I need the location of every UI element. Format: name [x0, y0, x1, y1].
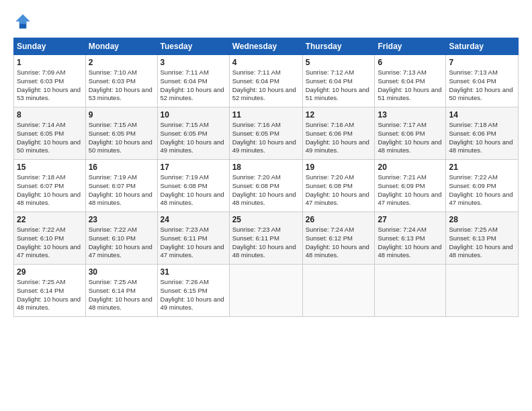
calendar-day-cell: 25 Sunrise: 7:23 AM Sunset: 6:11 PM Dayl…	[229, 212, 302, 265]
day-number: 4	[232, 58, 300, 67]
daylight-label: Daylight: 10 hours and 47 minutes.	[161, 243, 224, 259]
day-number: 23	[89, 215, 154, 224]
daylight-label: Daylight: 10 hours and 47 minutes.	[17, 243, 81, 259]
sunset-label: Sunset: 6:05 PM	[161, 130, 208, 137]
calendar-day-cell	[302, 265, 375, 317]
day-number: 16	[89, 163, 154, 172]
day-info: Sunrise: 7:14 AM Sunset: 6:05 PM Dayligh…	[17, 121, 83, 155]
logo	[13, 12, 34, 31]
sunrise-label: Sunrise: 7:13 AM	[449, 68, 497, 76]
day-info: Sunrise: 7:18 AM Sunset: 6:07 PM Dayligh…	[17, 173, 83, 208]
daylight-label: Daylight: 10 hours and 48 minutes.	[378, 138, 441, 154]
page: SundayMondayTuesdayWednesdayThursdayFrid…	[0, 0, 532, 324]
sunrise-label: Sunrise: 7:11 AM	[161, 68, 209, 76]
calendar-day-cell: 22 Sunrise: 7:22 AM Sunset: 6:10 PM Dayl…	[14, 212, 86, 265]
calendar-day-cell: 27 Sunrise: 7:24 AM Sunset: 6:13 PM Dayl…	[375, 212, 446, 265]
calendar-week-row: 15 Sunrise: 7:18 AM Sunset: 6:07 PM Dayl…	[14, 160, 519, 212]
day-info: Sunrise: 7:22 AM Sunset: 6:10 PM Dayligh…	[17, 226, 83, 260]
sunrise-label: Sunrise: 7:17 AM	[378, 121, 426, 128]
day-number: 19	[306, 163, 372, 172]
day-number: 31	[161, 267, 226, 277]
day-info: Sunrise: 7:19 AM Sunset: 6:08 PM Dayligh…	[161, 173, 226, 208]
day-info: Sunrise: 7:24 AM Sunset: 6:13 PM Dayligh…	[378, 226, 443, 260]
sunset-label: Sunset: 6:13 PM	[378, 234, 425, 242]
sunrise-label: Sunrise: 7:16 AM	[232, 121, 281, 128]
day-number: 7	[449, 58, 515, 67]
day-info: Sunrise: 7:13 AM Sunset: 6:04 PM Dayligh…	[449, 68, 515, 103]
sunset-label: Sunset: 6:09 PM	[378, 182, 425, 189]
calendar-day-cell: 3 Sunrise: 7:11 AM Sunset: 6:04 PM Dayli…	[157, 55, 229, 107]
daylight-label: Daylight: 10 hours and 48 minutes.	[449, 138, 513, 154]
sunrise-label: Sunrise: 7:11 AM	[232, 68, 281, 76]
sunset-label: Sunset: 6:04 PM	[161, 77, 208, 85]
day-info: Sunrise: 7:22 AM Sunset: 6:10 PM Dayligh…	[89, 226, 154, 260]
day-info: Sunrise: 7:21 AM Sunset: 6:09 PM Dayligh…	[378, 173, 443, 208]
day-info: Sunrise: 7:25 AM Sunset: 6:14 PM Dayligh…	[17, 278, 83, 312]
day-info: Sunrise: 7:22 AM Sunset: 6:09 PM Dayligh…	[449, 173, 515, 208]
sunrise-label: Sunrise: 7:15 AM	[89, 121, 137, 128]
sunset-label: Sunset: 6:06 PM	[378, 130, 425, 137]
weekday-header: Wednesday	[229, 38, 302, 55]
daylight-label: Daylight: 10 hours and 49 minutes.	[306, 138, 369, 154]
daylight-label: Daylight: 10 hours and 47 minutes.	[306, 191, 369, 207]
sunset-label: Sunset: 6:09 PM	[449, 182, 496, 189]
day-number: 12	[306, 110, 372, 120]
sunset-label: Sunset: 6:08 PM	[232, 182, 279, 189]
weekday-header: Saturday	[446, 38, 519, 55]
sunset-label: Sunset: 6:04 PM	[306, 77, 353, 85]
calendar-day-cell: 2 Sunrise: 7:10 AM Sunset: 6:03 PM Dayli…	[85, 55, 157, 107]
day-info: Sunrise: 7:11 AM Sunset: 6:04 PM Dayligh…	[232, 68, 300, 103]
sunrise-label: Sunrise: 7:19 AM	[89, 173, 137, 181]
day-info: Sunrise: 7:24 AM Sunset: 6:12 PM Dayligh…	[306, 226, 372, 260]
calendar-day-cell: 31 Sunrise: 7:26 AM Sunset: 6:15 PM Dayl…	[157, 265, 229, 317]
sunset-label: Sunset: 6:08 PM	[161, 182, 208, 189]
svg-marker-1	[16, 15, 30, 24]
sunset-label: Sunset: 6:07 PM	[17, 182, 64, 189]
calendar-day-cell: 13 Sunrise: 7:17 AM Sunset: 6:06 PM Dayl…	[375, 107, 446, 160]
weekday-header: Monday	[85, 38, 157, 55]
day-number: 24	[161, 215, 226, 224]
calendar-day-cell: 14 Sunrise: 7:18 AM Sunset: 6:06 PM Dayl…	[446, 107, 519, 160]
calendar-day-cell: 10 Sunrise: 7:15 AM Sunset: 6:05 PM Dayl…	[157, 107, 229, 160]
day-info: Sunrise: 7:25 AM Sunset: 6:13 PM Dayligh…	[449, 226, 515, 260]
logo-icon	[13, 12, 32, 31]
day-info: Sunrise: 7:16 AM Sunset: 6:05 PM Dayligh…	[232, 121, 300, 155]
sunset-label: Sunset: 6:04 PM	[449, 77, 496, 85]
sunset-label: Sunset: 6:07 PM	[89, 182, 136, 189]
sunset-label: Sunset: 6:04 PM	[232, 77, 279, 85]
calendar-header-row: SundayMondayTuesdayWednesdayThursdayFrid…	[14, 38, 519, 55]
weekday-header: Tuesday	[157, 38, 229, 55]
day-number: 9	[89, 110, 154, 120]
daylight-label: Daylight: 10 hours and 48 minutes.	[306, 243, 369, 259]
calendar-day-cell: 12 Sunrise: 7:16 AM Sunset: 6:06 PM Dayl…	[302, 107, 375, 160]
sunrise-label: Sunrise: 7:22 AM	[89, 226, 137, 233]
calendar-day-cell: 9 Sunrise: 7:15 AM Sunset: 6:05 PM Dayli…	[85, 107, 157, 160]
daylight-label: Daylight: 10 hours and 48 minutes.	[89, 191, 152, 207]
sunrise-label: Sunrise: 7:24 AM	[306, 226, 354, 233]
day-info: Sunrise: 7:09 AM Sunset: 6:03 PM Dayligh…	[17, 68, 83, 103]
sunset-label: Sunset: 6:05 PM	[232, 130, 279, 137]
daylight-label: Daylight: 10 hours and 48 minutes.	[17, 191, 81, 207]
day-info: Sunrise: 7:23 AM Sunset: 6:11 PM Dayligh…	[232, 226, 300, 260]
daylight-label: Daylight: 10 hours and 48 minutes.	[161, 191, 224, 207]
calendar-day-cell: 23 Sunrise: 7:22 AM Sunset: 6:10 PM Dayl…	[85, 212, 157, 265]
day-number: 13	[378, 110, 443, 120]
weekday-header: Sunday	[14, 38, 86, 55]
day-info: Sunrise: 7:12 AM Sunset: 6:04 PM Dayligh…	[306, 68, 372, 103]
calendar-day-cell: 11 Sunrise: 7:16 AM Sunset: 6:05 PM Dayl…	[229, 107, 302, 160]
day-info: Sunrise: 7:15 AM Sunset: 6:05 PM Dayligh…	[89, 121, 154, 155]
sunset-label: Sunset: 6:05 PM	[17, 130, 64, 137]
daylight-label: Daylight: 10 hours and 47 minutes.	[449, 191, 513, 207]
day-info: Sunrise: 7:23 AM Sunset: 6:11 PM Dayligh…	[161, 226, 226, 260]
sunrise-label: Sunrise: 7:23 AM	[161, 226, 209, 233]
calendar-day-cell: 26 Sunrise: 7:24 AM Sunset: 6:12 PM Dayl…	[302, 212, 375, 265]
daylight-label: Daylight: 10 hours and 48 minutes.	[232, 191, 296, 207]
sunrise-label: Sunrise: 7:13 AM	[378, 68, 426, 76]
sunset-label: Sunset: 6:04 PM	[378, 77, 425, 85]
daylight-label: Daylight: 10 hours and 48 minutes.	[17, 295, 81, 312]
day-number: 2	[89, 58, 154, 67]
sunset-label: Sunset: 6:11 PM	[161, 234, 208, 242]
day-info: Sunrise: 7:18 AM Sunset: 6:06 PM Dayligh…	[449, 121, 515, 155]
calendar-day-cell	[375, 265, 446, 317]
calendar-day-cell: 1 Sunrise: 7:09 AM Sunset: 6:03 PM Dayli…	[14, 55, 86, 107]
